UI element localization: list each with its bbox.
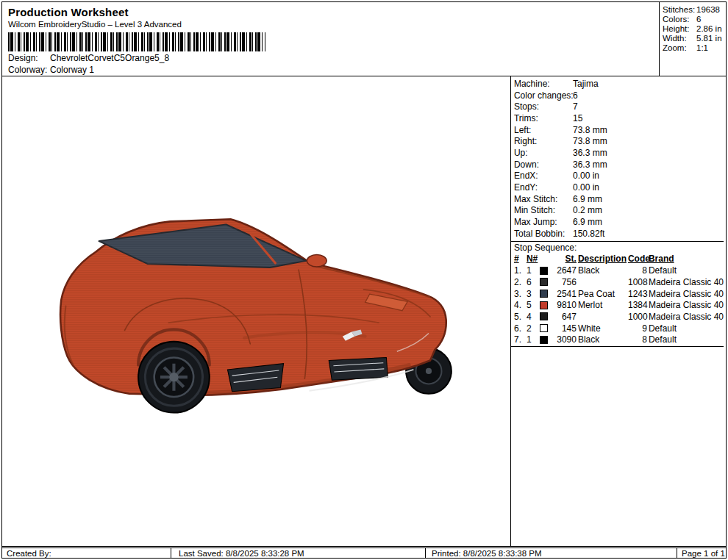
footer-bar: Created By: Last Saved: 8/8/2025 8:33:28… <box>2 546 726 558</box>
header-left: Production Worksheet Wilcom EmbroiderySt… <box>2 2 659 76</box>
col-description: Description <box>578 254 627 264</box>
page-frame: Production Worksheet Wilcom EmbroiderySt… <box>1 1 727 559</box>
info-row: Trims:15 <box>514 112 724 124</box>
design-label: Design: <box>8 53 50 63</box>
corvette-artwork <box>55 216 456 422</box>
info-row: Total Bobbin:150.82ft <box>514 228 724 240</box>
header-section: Production Worksheet Wilcom EmbroiderySt… <box>2 2 726 76</box>
stop-sequence-header: # N# St. Description Code Brand <box>514 254 724 265</box>
col-num: # <box>514 254 525 264</box>
design-stats-box: Stitches:19638 Colors:6 Height:2.86 in W… <box>659 2 726 76</box>
info-row: EndY:0.00 in <box>514 182 724 193</box>
design-value: ChevroletCorvetC5Orange5_8 <box>50 53 169 63</box>
thread-color-swatch <box>540 336 553 344</box>
info-row: Down:36.3 mm <box>514 159 724 170</box>
stop-sequence-title: Stop Sequence: <box>514 243 724 254</box>
col-needle: N# <box>527 254 538 264</box>
created-by: Created By: <box>2 548 171 558</box>
info-row: Max Jump:6.9 mm <box>514 216 724 228</box>
stop-sequence-bottom-rule <box>511 346 724 347</box>
barcode <box>8 32 265 51</box>
stop-sequence-row: 2. 6 756 1008 Madeira Classic 40 <box>514 276 724 288</box>
colorway-row: Colorway:Colorway 1 <box>8 65 653 75</box>
production-worksheet-page: Production Worksheet Wilcom EmbroiderySt… <box>0 0 728 560</box>
thread-color-swatch <box>540 267 553 275</box>
colorway-value: Colorway 1 <box>50 65 94 75</box>
stop-sequence-row: 6. 2 145 White 9 Default <box>514 323 724 334</box>
col-code: Code <box>628 254 647 264</box>
stat-row: Height:2.86 in <box>663 24 723 34</box>
stop-sequence-table: # N# St. Description Code Brand 1. 1 264… <box>514 254 724 348</box>
design-row: Design:ChevroletCorvetC5Orange5_8 <box>8 53 653 63</box>
colorway-label: Colorway: <box>8 65 50 75</box>
last-saved: Last Saved: 8/8/2025 8:33:28 PM <box>171 548 425 558</box>
stat-row: Stitches:19638 <box>663 5 723 15</box>
info-row: Min Stitch:0.2 mm <box>514 205 724 217</box>
stat-row: Width:5.81 in <box>663 34 723 43</box>
col-stitches: St. <box>554 254 577 264</box>
stop-sequence-divider <box>511 241 724 242</box>
thread-color-swatch <box>540 290 553 298</box>
printed: Printed: 8/8/2025 8:33:38 PM <box>425 548 677 558</box>
machine-info-panel: Machine:Tajima Color changes:6 Stops:7 T… <box>511 76 726 546</box>
thread-color-swatch <box>540 312 553 320</box>
info-row: EndX:0.00 in <box>514 170 724 182</box>
info-row: Right:73.8 mm <box>514 135 724 147</box>
main-section: Machine:Tajima Color changes:6 Stops:7 T… <box>2 76 726 546</box>
stop-sequence-row: 3. 3 2541 Pea Coat 1243 Madeira Classic … <box>514 288 724 300</box>
page-number: Page 1 of 1 <box>677 548 726 558</box>
info-row: Max Stitch:6.9 mm <box>514 193 724 205</box>
info-row: Left:73.8 mm <box>514 124 724 136</box>
info-row: Up:36.3 mm <box>514 147 724 159</box>
info-row: Color changes:6 <box>514 90 724 101</box>
stat-row: Colors:6 <box>663 15 723 24</box>
stat-row: Zoom:1:1 <box>663 43 723 53</box>
thread-color-swatch <box>540 301 553 309</box>
stop-sequence-row: 5. 4 647 1000 Madeira Classic 40 <box>514 311 724 323</box>
stop-sequence-row: 7. 1 3090 Black 8 Default <box>514 334 724 345</box>
thread-color-swatch <box>540 324 553 332</box>
thread-color-swatch <box>540 278 553 286</box>
app-subtitle: Wilcom EmbroideryStudio – Level 3 Advanc… <box>8 20 653 29</box>
side-mirror <box>307 255 326 267</box>
page-title: Production Worksheet <box>8 6 653 18</box>
stop-sequence-row: 1. 1 2647 Black 8 Default <box>514 265 724 276</box>
col-brand: Brand <box>649 254 724 264</box>
info-row: Stops:7 <box>514 101 724 112</box>
stop-sequence-row: 4. 5 9810 Merlot 1384 Madeira Classic 40 <box>514 299 724 311</box>
rear-wheel-icon <box>138 342 210 413</box>
design-preview-area <box>2 76 511 546</box>
info-row: Machine:Tajima <box>514 78 724 90</box>
